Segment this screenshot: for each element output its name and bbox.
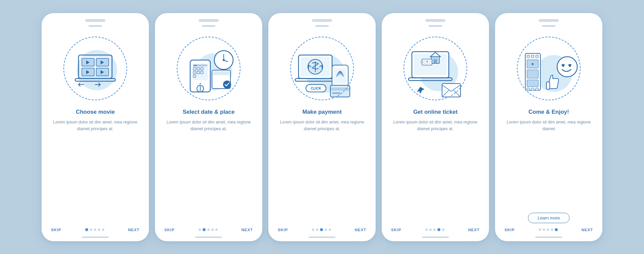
content-area-3: Make payment Lorem ipsum dolor sit dim a…: [268, 109, 376, 241]
illustration-select-date: [172, 32, 246, 105]
phone-card-come-enjoy: ✦ Come & Enjoy! Lorem ipsum dolor sit di…: [495, 13, 602, 241]
dot-2-4: [211, 228, 214, 231]
phone-notch-2: [199, 19, 219, 22]
next-button-4[interactable]: NEXT: [468, 228, 480, 232]
dot-1-5: [102, 228, 104, 231]
phone-card-select-date: Select date & place Lorem ipsum dolor si…: [155, 13, 262, 241]
dot-2-3: [207, 228, 210, 231]
card-title-2: Select date & place: [176, 109, 241, 115]
phone-card-make-payment: CLICK Make payment Lorem ipsum dolor sit…: [268, 13, 376, 241]
dot-1-4: [98, 228, 100, 231]
dots-3: [312, 228, 331, 231]
next-button-1[interactable]: NEXT: [128, 228, 140, 232]
skip-button-1[interactable]: SKIP: [51, 228, 61, 232]
card-nav-4: SKIP NEXT: [382, 228, 489, 232]
dot-1-3: [94, 228, 96, 231]
illustration-get-ticket: ✦: [398, 32, 472, 105]
phone-speaker-3: [315, 25, 329, 27]
dashed-circle-2: [177, 37, 240, 100]
dot-3-2: [316, 228, 318, 231]
card-nav-2: SKIP NEXT: [155, 228, 262, 232]
home-bar-5: [535, 237, 562, 238]
screens-container: Choose movie Lorem ipsum dolor sit dim a…: [42, 13, 602, 241]
card-title-4: Get online ticket: [407, 109, 464, 115]
phone-notch-5: [539, 19, 559, 22]
home-bar-1: [82, 237, 109, 238]
content-area-1: Choose movie Lorem ipsum dolor sit dim a…: [42, 109, 149, 241]
phone-speaker-2: [202, 25, 215, 27]
illustration-choose-movie: [58, 32, 132, 105]
skip-button-3[interactable]: SKIP: [278, 228, 288, 232]
dot-4-2: [429, 228, 432, 231]
learn-more-button[interactable]: Learn more: [528, 213, 570, 223]
phone-notch-3: [312, 19, 332, 22]
dot-4-3: [433, 228, 436, 231]
home-bar-4: [422, 237, 449, 238]
next-button-2[interactable]: NEXT: [241, 228, 253, 232]
next-button-3[interactable]: NEXT: [355, 228, 366, 232]
illustration-make-payment: CLICK: [285, 32, 359, 105]
dot-4-1: [425, 228, 428, 231]
dots-1: [85, 228, 104, 231]
card-title-1: Choose movie: [69, 109, 121, 115]
dot-2-1: [199, 228, 201, 231]
content-area-2: Select date & place Lorem ipsum dolor si…: [155, 109, 262, 241]
phone-speaker: [89, 25, 102, 27]
card-desc-4: Lorem ipsum dolor sit dim amet, mea regi…: [382, 119, 489, 223]
dot-4-4: [437, 228, 440, 231]
dot-4-5: [442, 228, 444, 231]
next-button-5[interactable]: NEXT: [582, 228, 593, 232]
dot-5-2: [543, 228, 545, 231]
dot-5-1: [539, 228, 541, 231]
dot-2-2: [203, 228, 206, 231]
card-desc-5: Lorem ipsum dolor sit dim amet, mea regi…: [495, 119, 602, 210]
skip-button-2[interactable]: SKIP: [164, 228, 175, 232]
dashed-circle-3: [290, 37, 354, 100]
phone-speaker-5: [542, 25, 555, 27]
content-area-5: Come & Enjoy! Lorem ipsum dolor sit dim …: [495, 109, 602, 241]
dot-3-1: [312, 228, 314, 231]
dot-5-4: [551, 228, 553, 231]
phone-speaker-4: [429, 25, 442, 27]
dots-4: [425, 228, 444, 231]
dots-2: [199, 228, 218, 231]
dot-3-5: [329, 228, 331, 231]
card-desc-1: Lorem ipsum dolor sit dim amet, mea regi…: [42, 119, 149, 223]
card-nav-5: SKIP NEXT: [495, 228, 602, 232]
dot-2-5: [215, 228, 218, 231]
home-bar-3: [309, 237, 335, 238]
skip-button-5[interactable]: SKIP: [504, 228, 515, 232]
dots-5: [539, 228, 558, 231]
card-title-5: Come & Enjoy!: [522, 109, 576, 115]
home-bar-2: [195, 237, 222, 238]
dot-5-3: [547, 228, 549, 231]
dashed-circle-4: [404, 37, 467, 100]
illustration-come-enjoy: ✦: [512, 32, 586, 105]
dot-3-3: [320, 228, 323, 231]
dot-5-5: [555, 228, 558, 231]
card-title-3: Make payment: [296, 109, 348, 115]
card-desc-3: Lorem ipsum dolor sit dim amet, mea regi…: [268, 119, 376, 223]
phone-notch: [85, 19, 105, 22]
card-nav-3: SKIP NEXT: [268, 228, 376, 232]
card-desc-2: Lorem ipsum dolor sit dim amet, mea regi…: [155, 119, 262, 223]
phone-notch-4: [425, 19, 445, 22]
phone-card-choose-movie: Choose movie Lorem ipsum dolor sit dim a…: [42, 13, 149, 241]
phone-card-get-ticket: ✦ Get online ticket Lorem ipsum dolor si…: [382, 13, 489, 241]
dashed-circle-5: [517, 37, 581, 100]
dot-1-2: [90, 228, 92, 231]
skip-button-4[interactable]: SKIP: [391, 228, 401, 232]
dot-3-4: [325, 228, 327, 231]
card-nav-1: SKIP NEXT: [42, 228, 149, 232]
dashed-circle: [63, 37, 127, 100]
dot-1-1: [85, 228, 88, 231]
content-area-4: Get online ticket Lorem ipsum dolor sit …: [382, 109, 489, 241]
